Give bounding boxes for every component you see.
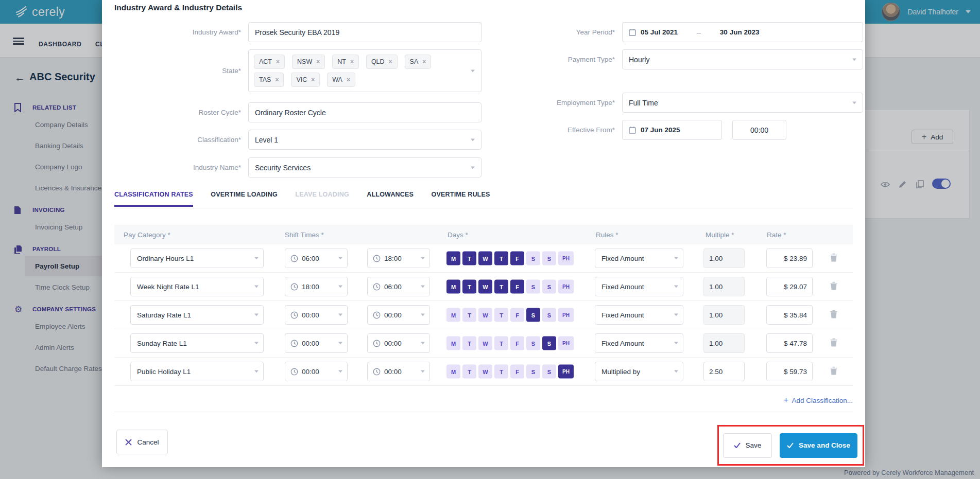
shift-start-time-select[interactable]: 00:00 — [285, 362, 348, 381]
day-chip-sun[interactable]: S — [542, 252, 556, 265]
day-chip-ph[interactable]: PH — [558, 308, 574, 322]
day-chip-sun[interactable]: S — [542, 365, 556, 379]
tab-classification-rates[interactable]: CLASSIFICATION RATES — [114, 191, 193, 207]
remove-chip-icon[interactable]: × — [316, 58, 320, 65]
save-and-close-button[interactable]: Save and Close — [780, 433, 857, 458]
day-chip-thu[interactable]: T — [494, 308, 508, 322]
day-chip-tue[interactable]: T — [462, 252, 476, 265]
remove-chip-icon[interactable]: × — [311, 76, 315, 83]
day-chip-ph[interactable]: PH — [558, 252, 574, 265]
tab-allowances[interactable]: ALLOWANCES — [367, 191, 414, 205]
remove-chip-icon[interactable]: × — [347, 76, 350, 83]
tab-leave-loading[interactable]: LEAVE LOADING — [295, 191, 349, 205]
day-chip-fri[interactable]: F — [510, 252, 524, 265]
multiple-input[interactable]: 1.00 — [703, 277, 745, 296]
effective-from-time-input[interactable]: 00:00 — [732, 120, 786, 140]
day-chip-sun[interactable]: S — [542, 308, 556, 322]
remove-chip-icon[interactable]: × — [275, 76, 279, 83]
day-chip-ph[interactable]: PH — [558, 365, 574, 379]
rate-input[interactable]: $ 35.84 — [766, 305, 813, 325]
classification-select[interactable]: Level 1 — [248, 130, 482, 150]
day-chip-sat[interactable]: S — [526, 365, 540, 379]
state-chip[interactable]: WA× — [327, 73, 355, 87]
day-chip-tue[interactable]: T — [462, 280, 476, 294]
remove-chip-icon[interactable]: × — [422, 58, 426, 65]
multiple-input[interactable]: 1.00 — [703, 305, 745, 325]
effective-from-date-picker[interactable]: 07 Jun 2025 — [622, 120, 722, 140]
shift-end-time-select[interactable]: 00:00 — [367, 333, 430, 353]
day-chip-wed[interactable]: W — [478, 308, 492, 322]
day-chip-sun[interactable]: S — [542, 336, 556, 350]
day-chip-mon[interactable]: M — [446, 252, 460, 265]
industry-name-select[interactable]: Security Services — [248, 157, 482, 178]
delete-row-button[interactable] — [830, 366, 837, 377]
day-chip-fri[interactable]: F — [510, 308, 524, 322]
day-chip-fri[interactable]: F — [510, 336, 524, 350]
day-chip-tue[interactable]: T — [462, 336, 476, 350]
shift-end-time-select[interactable]: 18:00 — [367, 249, 430, 268]
delete-row-button[interactable] — [830, 253, 837, 263]
day-chip-mon[interactable]: M — [446, 280, 460, 294]
state-chip[interactable]: ACT× — [254, 55, 285, 69]
day-chip-sat[interactable]: S — [526, 336, 540, 350]
multiple-input[interactable]: 2.50 — [703, 362, 745, 381]
day-chip-wed[interactable]: W — [478, 280, 492, 294]
pay-category-select[interactable]: Week Night Rate L1 — [130, 277, 264, 296]
day-chip-ph[interactable]: PH — [558, 336, 574, 350]
shift-start-time-select[interactable]: 00:00 — [285, 333, 348, 353]
cancel-button[interactable]: Cancel — [116, 430, 168, 454]
day-chip-tue[interactable]: T — [462, 308, 476, 322]
day-chip-sat[interactable]: S — [526, 280, 540, 294]
remove-chip-icon[interactable]: × — [350, 58, 354, 65]
employment-type-select[interactable]: Full Time — [622, 93, 863, 113]
day-chip-sat[interactable]: S — [526, 252, 540, 265]
rate-input[interactable]: $ 23.89 — [766, 249, 813, 268]
day-chip-mon[interactable]: M — [446, 308, 460, 322]
pay-category-select[interactable]: Ordinary Hours L1 — [130, 249, 264, 268]
rules-select[interactable]: Fixed Amount — [595, 249, 683, 268]
day-chip-sat[interactable]: S — [526, 308, 540, 322]
day-chip-wed[interactable]: W — [478, 365, 492, 379]
rate-input[interactable]: $ 47.78 — [766, 333, 813, 353]
rate-input[interactable]: $ 59.73 — [766, 362, 813, 381]
shift-end-time-select[interactable]: 06:00 — [367, 277, 430, 296]
delete-row-button[interactable] — [830, 310, 837, 320]
state-chip[interactable]: VIC× — [291, 73, 320, 87]
remove-chip-icon[interactable]: × — [389, 58, 392, 65]
industry-award-input[interactable]: Prosek Security EBA 2019 — [248, 22, 482, 42]
state-chip[interactable]: NT× — [332, 55, 359, 69]
day-chip-fri[interactable]: F — [510, 365, 524, 379]
roster-cycle-input[interactable]: Ordinary Roster Cycle — [248, 102, 482, 122]
day-chip-tue[interactable]: T — [462, 365, 476, 379]
multiple-input[interactable]: 1.00 — [703, 249, 745, 268]
shift-start-time-select[interactable]: 00:00 — [285, 305, 348, 325]
day-chip-thu[interactable]: T — [494, 280, 508, 294]
day-chip-thu[interactable]: T — [494, 336, 508, 350]
day-chip-ph[interactable]: PH — [558, 280, 574, 294]
pay-category-select[interactable]: Sunday Rate L1 — [130, 333, 264, 353]
year-period-range-picker[interactable]: 05 Jul 2021 – 30 Jun 2023 — [622, 22, 863, 42]
day-chip-sun[interactable]: S — [542, 280, 556, 294]
day-chip-thu[interactable]: T — [494, 252, 508, 265]
pay-category-select[interactable]: Public Holiday L1 — [130, 362, 264, 381]
state-chip[interactable]: SA× — [405, 55, 432, 69]
shift-end-time-select[interactable]: 00:00 — [367, 362, 430, 381]
remove-chip-icon[interactable]: × — [276, 58, 280, 65]
add-classification-link[interactable]: + Add Classification... — [784, 395, 853, 405]
rules-select[interactable]: Fixed Amount — [595, 277, 683, 296]
multiple-input[interactable]: 1.00 — [703, 333, 745, 353]
shift-start-time-select[interactable]: 18:00 — [285, 277, 348, 296]
tab-overtime-loading[interactable]: OVERTIME LOADING — [211, 191, 278, 205]
day-chip-thu[interactable]: T — [494, 365, 508, 379]
day-chip-fri[interactable]: F — [510, 280, 524, 294]
day-chip-mon[interactable]: M — [446, 365, 460, 379]
shift-start-time-select[interactable]: 06:00 — [285, 249, 348, 268]
rate-input[interactable]: $ 29.07 — [766, 277, 813, 296]
rules-select[interactable]: Fixed Amount — [595, 305, 683, 325]
pay-category-select[interactable]: Saturday Rate L1 — [130, 305, 264, 325]
delete-row-button[interactable] — [830, 281, 837, 292]
state-chip[interactable]: TAS× — [254, 73, 284, 87]
delete-row-button[interactable] — [830, 338, 837, 348]
state-multiselect[interactable]: ACT× NSW× NT× QLD× SA× TAS× VIC× WA× — [248, 49, 482, 92]
rules-select[interactable]: Fixed Amount — [595, 333, 683, 353]
